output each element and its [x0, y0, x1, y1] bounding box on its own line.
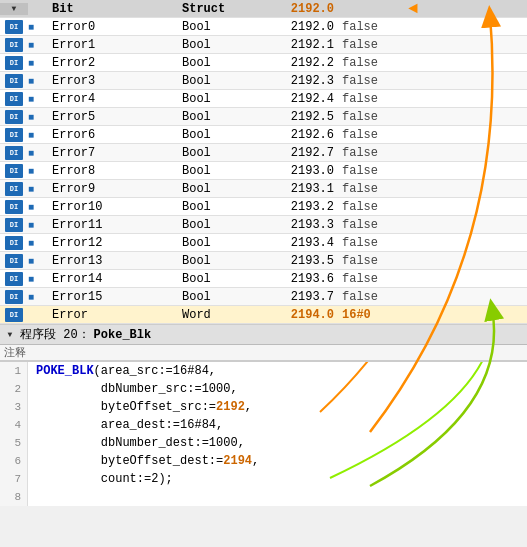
row-type: Bool — [178, 128, 258, 142]
row-addr: 2193.3 — [258, 218, 338, 232]
row-name: Error15 — [48, 290, 178, 304]
row-addr: 2192.3 — [258, 74, 338, 88]
comment-label: 注释 — [4, 345, 26, 360]
table-row: DI■Error10Bool2193.2false — [0, 198, 527, 216]
row-name: Error13 — [48, 254, 178, 268]
code-editor: 1POKE_BLK(area_src:=16#84,2 dbNumber_src… — [0, 361, 527, 506]
line-number: 8 — [0, 488, 28, 506]
row-addr: 2193.7 — [258, 290, 338, 304]
row-indent: ■ — [28, 200, 48, 214]
row-indent: ■ — [28, 290, 48, 304]
row-indent: ■ — [28, 20, 48, 34]
col-name-header: Bit — [48, 2, 178, 16]
row-icon: DI — [0, 92, 28, 106]
row-icon: DI — [0, 128, 28, 142]
row-indent: ■ — [28, 110, 48, 124]
row-type: Word — [178, 308, 258, 322]
row-icon: DI — [0, 146, 28, 160]
row-icon: DI — [0, 164, 28, 178]
row-value: false — [338, 254, 398, 268]
row-icon: DI — [0, 56, 28, 70]
row-type: Bool — [178, 236, 258, 250]
row-addr: 2193.5 — [258, 254, 338, 268]
line-content: POKE_BLK(area_src:=16#84, — [28, 364, 216, 378]
row-icon: DI — [0, 308, 28, 322]
row-name: Error1 — [48, 38, 178, 52]
section-name: Poke_Blk — [94, 328, 152, 342]
line-number: 5 — [0, 434, 28, 452]
row-icon: DI — [0, 290, 28, 304]
main-container: ▼ Bit Struct 2192.0 ◄ DI■Error0Bool2192.… — [0, 0, 527, 547]
row-type: Bool — [178, 182, 258, 196]
table-row: DI■Error9Bool2193.1false — [0, 180, 527, 198]
row-value: false — [338, 56, 398, 70]
line-content: dbNumber_src:=1000, — [28, 382, 238, 396]
row-value: false — [338, 128, 398, 142]
row-addr: 2193.0 — [258, 164, 338, 178]
row-name: Error14 — [48, 272, 178, 286]
table-row: DI■Error3Bool2192.3false — [0, 72, 527, 90]
code-line: 2 dbNumber_src:=1000, — [0, 380, 527, 398]
row-addr: 2193.1 — [258, 182, 338, 196]
table-row: DI■Error8Bool2193.0false — [0, 162, 527, 180]
row-addr: 2192.7 — [258, 146, 338, 160]
row-type: Bool — [178, 290, 258, 304]
row-addr: 2192.2 — [258, 56, 338, 70]
table-row: DI■Error13Bool2193.5false — [0, 252, 527, 270]
row-icon: DI — [0, 200, 28, 214]
code-line: 3 byteOffset_src:=2192, — [0, 398, 527, 416]
table-row: DIErrorWord2194.016#0 — [0, 306, 527, 324]
row-indent: ■ — [28, 236, 48, 250]
row-type: Bool — [178, 218, 258, 232]
table-row: DI■Error11Bool2193.3false — [0, 216, 527, 234]
table-row: DI■Error2Bool2192.2false — [0, 54, 527, 72]
row-type: Bool — [178, 74, 258, 88]
row-type: Bool — [178, 110, 258, 124]
table-row: DI■Error15Bool2193.7false — [0, 288, 527, 306]
col-type-header: Struct — [178, 2, 258, 16]
row-addr: 2192.0 — [258, 20, 338, 34]
row-value: false — [338, 146, 398, 160]
row-icon: DI — [0, 182, 28, 196]
row-type: Bool — [178, 38, 258, 52]
row-indent: ■ — [28, 254, 48, 268]
row-addr: 2192.4 — [258, 92, 338, 106]
row-addr: 2192.1 — [258, 38, 338, 52]
row-name: Error6 — [48, 128, 178, 142]
row-value: false — [338, 38, 398, 52]
row-value: false — [338, 164, 398, 178]
section-expand-icon[interactable]: ▼ — [4, 329, 16, 341]
row-name: Error8 — [48, 164, 178, 178]
row-value: false — [338, 236, 398, 250]
row-value: false — [338, 218, 398, 232]
row-name: Error2 — [48, 56, 178, 70]
row-name: Error9 — [48, 182, 178, 196]
row-icon: DI — [0, 74, 28, 88]
row-indent: ■ — [28, 164, 48, 178]
row-addr: 2193.6 — [258, 272, 338, 286]
line-content: area_dest:=16#84, — [28, 418, 223, 432]
row-addr: 2193.2 — [258, 200, 338, 214]
row-indent: ■ — [28, 146, 48, 160]
row-value: false — [338, 272, 398, 286]
comment-area: 注释 — [0, 345, 527, 361]
row-indent: ■ — [28, 92, 48, 106]
row-name: Error3 — [48, 74, 178, 88]
row-icon: DI — [0, 272, 28, 286]
col-addr-header: 2192.0 — [258, 2, 338, 16]
line-number: 3 — [0, 398, 28, 416]
line-number: 2 — [0, 380, 28, 398]
row-addr: 2193.4 — [258, 236, 338, 250]
row-type: Bool — [178, 164, 258, 178]
row-indent: ■ — [28, 182, 48, 196]
row-icon: DI — [0, 20, 28, 34]
row-type: Bool — [178, 92, 258, 106]
row-value: false — [338, 74, 398, 88]
row-type: Bool — [178, 200, 258, 214]
section-label: 程序段 20： — [20, 326, 90, 343]
expand-collapse-icon[interactable]: ▼ — [8, 3, 20, 15]
table-row: DI■Error4Bool2192.4false — [0, 90, 527, 108]
row-type: Bool — [178, 146, 258, 160]
table-row: DI■Error12Bool2193.4false — [0, 234, 527, 252]
line-content: byteOffset_src:=2192, — [28, 400, 252, 414]
